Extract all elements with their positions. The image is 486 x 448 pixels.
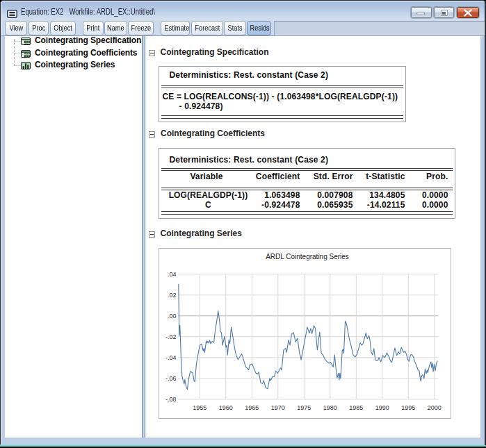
svg-text:.02: .02 [168, 292, 177, 299]
svg-text:1975: 1975 [297, 404, 311, 411]
svg-text:1985: 1985 [349, 404, 363, 411]
svg-text:ARDL Cointegrating Series: ARDL Cointegrating Series [266, 253, 349, 260]
svg-text:1965: 1965 [245, 404, 259, 411]
svg-text:1995: 1995 [401, 404, 415, 411]
svg-text:-.08: -.08 [165, 396, 177, 403]
svg-text:-.02: -.02 [165, 333, 177, 340]
svg-text:.00: .00 [168, 313, 177, 320]
svg-text:1990: 1990 [375, 404, 389, 411]
svg-text:.04: .04 [168, 271, 177, 278]
svg-text:-.06: -.06 [165, 375, 177, 382]
svg-text:-.04: -.04 [165, 354, 177, 361]
svg-text:1955: 1955 [193, 404, 206, 411]
svg-text:2000: 2000 [428, 404, 442, 411]
svg-text:1960: 1960 [219, 404, 233, 411]
svg-text:1970: 1970 [271, 404, 285, 411]
svg-text:1980: 1980 [323, 404, 337, 411]
